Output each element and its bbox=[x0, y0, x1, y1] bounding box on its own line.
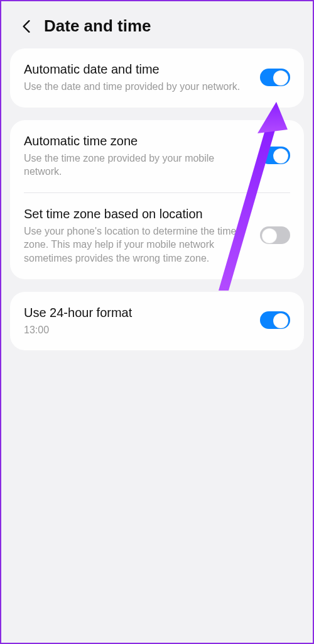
auto-datetime-toggle[interactable] bbox=[260, 69, 290, 86]
row-24hour[interactable]: Use 24-hour format 13:00 bbox=[10, 292, 304, 351]
auto-tz-toggle[interactable] bbox=[260, 147, 290, 164]
row-content: Automatic date and time Use the date and… bbox=[24, 61, 250, 94]
card-timezone: Automatic time zone Use the time zone pr… bbox=[10, 120, 304, 279]
auto-datetime-sub: Use the date and time provided by your n… bbox=[24, 80, 250, 94]
loc-tz-toggle[interactable] bbox=[260, 226, 290, 244]
loc-tz-sub: Use your phone's location to determine t… bbox=[24, 225, 250, 265]
hr24-title: Use 24-hour format bbox=[24, 304, 250, 321]
auto-datetime-title: Automatic date and time bbox=[24, 61, 250, 77]
card-auto-datetime: Automatic date and time Use the date and… bbox=[10, 48, 304, 108]
hr24-sub: 13:00 bbox=[24, 323, 250, 337]
loc-tz-title: Set time zone based on location bbox=[24, 206, 250, 222]
row-content: Automatic time zone Use the time zone pr… bbox=[24, 133, 250, 179]
auto-tz-title: Automatic time zone bbox=[24, 133, 250, 149]
card-24hour: Use 24-hour format 13:00 bbox=[10, 292, 304, 351]
row-auto-timezone[interactable]: Automatic time zone Use the time zone pr… bbox=[10, 120, 304, 192]
hr24-toggle[interactable] bbox=[260, 311, 290, 329]
row-auto-datetime[interactable]: Automatic date and time Use the date and… bbox=[10, 48, 304, 108]
auto-tz-sub: Use the time zone provided by your mobil… bbox=[24, 152, 250, 179]
row-location-timezone[interactable]: Set time zone based on location Use your… bbox=[10, 193, 304, 279]
back-icon[interactable] bbox=[20, 20, 33, 33]
page-title: Date and time bbox=[44, 16, 151, 36]
row-content: Set time zone based on location Use your… bbox=[24, 206, 250, 265]
header: Date and time bbox=[1, 1, 313, 48]
row-content: Use 24-hour format 13:00 bbox=[24, 304, 250, 337]
